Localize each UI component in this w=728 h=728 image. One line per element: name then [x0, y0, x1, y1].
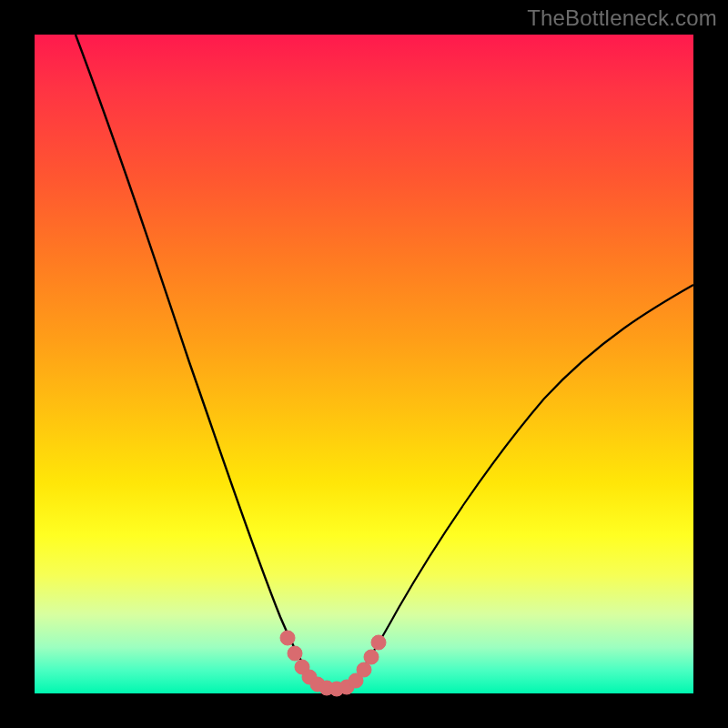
- curve-layer: [35, 35, 693, 693]
- marker-dot: [288, 646, 302, 661]
- marker-dot: [364, 650, 379, 664]
- left-curve: [76, 35, 322, 688]
- marker-dot: [357, 662, 371, 677]
- valley-marker-group: [280, 631, 386, 696]
- marker-dot: [371, 635, 386, 650]
- watermark-text: TheBottleneck.com: [527, 5, 717, 31]
- plot-area: [35, 35, 693, 693]
- chart-frame: TheBottleneck.com: [0, 0, 728, 728]
- marker-dot: [280, 631, 295, 645]
- right-curve: [349, 285, 693, 688]
